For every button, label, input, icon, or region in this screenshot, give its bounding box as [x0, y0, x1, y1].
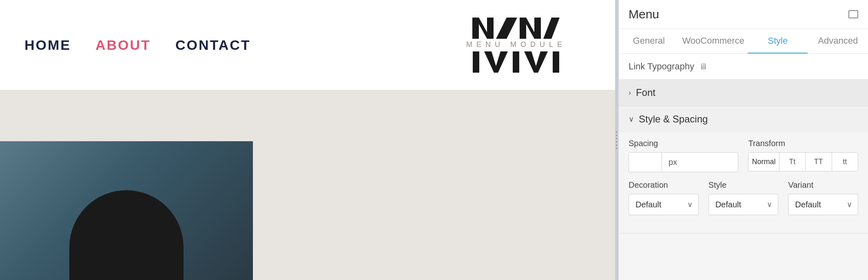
spacing-input-group: px: [629, 152, 739, 172]
spacing-label: Spacing: [629, 139, 739, 148]
website-preview: HOME ABOUT CONTACT: [0, 0, 615, 280]
tab-woocommerce[interactable]: WooCommerce: [679, 29, 748, 53]
nav-link-contact[interactable]: CONTACT: [175, 37, 251, 53]
logo-slash-icon: [496, 18, 517, 39]
head-silhouette: [69, 190, 184, 280]
style-spacing-label: Style & Spacing: [639, 113, 708, 125]
font-section-label: Font: [636, 87, 655, 98]
window-icon[interactable]: [848, 10, 858, 18]
style-select[interactable]: Default Normal Italic Oblique: [709, 194, 778, 215]
variant-group: Variant Default Normal Small-caps ∨: [788, 180, 858, 215]
spacing-unit-button[interactable]: px: [662, 153, 684, 172]
transform-lowercase-button[interactable]: tt: [832, 153, 858, 171]
spacing-transform-row: Spacing px Transform Normal Tt TT: [629, 139, 858, 172]
font-section-header[interactable]: › Font: [619, 80, 868, 106]
decoration-label: Decoration: [629, 180, 699, 190]
svg-marker-0: [472, 18, 494, 39]
panel-content: Link Typography 🖥 › Font ∨ Style & Spaci…: [619, 54, 868, 280]
settings-panel: Menu General WooCommerce Style Advanced …: [618, 0, 868, 280]
transform-normal-button[interactable]: Normal: [748, 153, 779, 171]
image-placeholder: [0, 141, 253, 280]
drag-dot-4: [616, 141, 617, 142]
logo-v2-icon: [524, 51, 548, 73]
monitor-icon: 🖥: [699, 62, 707, 71]
logo-i3-icon: [550, 51, 562, 73]
svg-marker-2: [520, 18, 541, 39]
drag-dot-6: [616, 148, 617, 149]
logo-n2-icon: [520, 18, 541, 39]
panel-title: Menu: [629, 7, 659, 21]
decoration-select[interactable]: Default None Underline Overline Line-thr…: [629, 194, 698, 215]
drag-dot-5: [616, 144, 617, 146]
decoration-group: Decoration Default None Underline Overli…: [629, 180, 699, 215]
decoration-style-variant-row: Decoration Default None Underline Overli…: [629, 180, 858, 215]
svg-marker-7: [524, 51, 548, 73]
style-select-wrapper: Default Normal Italic Oblique ∨: [709, 194, 779, 215]
nav-links: HOME ABOUT CONTACT: [24, 37, 251, 53]
nav-link-about[interactable]: ABOUT: [95, 37, 151, 53]
tab-style[interactable]: Style: [748, 29, 808, 53]
logo-i2-icon: [510, 51, 522, 73]
transform-label: Transform: [748, 139, 858, 148]
chevron-right-icon: ›: [629, 89, 631, 97]
panel-tabs: General WooCommerce Style Advanced: [619, 29, 868, 54]
nav-link-home[interactable]: HOME: [24, 37, 71, 53]
font-section: › Font: [619, 80, 868, 106]
content-area: [0, 90, 615, 280]
decoration-select-wrapper: Default None Underline Overline Line-thr…: [629, 194, 699, 215]
svg-rect-4: [473, 51, 479, 73]
logo-v-icon: [484, 51, 508, 73]
svg-marker-3: [543, 18, 560, 39]
variant-select[interactable]: Default Normal Small-caps: [788, 194, 858, 215]
style-spacing-header[interactable]: ∨ Style & Spacing: [619, 106, 868, 132]
drag-dot-3: [616, 138, 617, 139]
spacing-input[interactable]: [629, 153, 662, 172]
tab-general[interactable]: General: [619, 29, 679, 53]
link-typography-label: Link Typography: [629, 61, 694, 72]
svg-marker-1: [496, 18, 517, 39]
drag-dot-1: [616, 131, 617, 133]
style-spacing-content: Spacing px Transform Normal Tt TT: [619, 132, 868, 233]
variant-select-wrapper: Default Normal Small-caps ∨: [788, 194, 858, 215]
logo-graphic: MENU MODULE: [466, 18, 566, 73]
variant-label: Variant: [788, 180, 858, 190]
transform-buttons: Normal Tt TT tt: [748, 152, 858, 171]
svg-rect-8: [553, 51, 559, 73]
logo-n1-icon: [472, 18, 494, 39]
transform-uppercase-button[interactable]: TT: [806, 153, 832, 171]
style-group: Style Default Normal Italic Oblique ∨: [709, 180, 779, 215]
tab-advanced[interactable]: Advanced: [808, 29, 868, 53]
style-label: Style: [709, 180, 779, 190]
logo-text: MENU MODULE: [466, 40, 566, 49]
logo-top-row: [472, 18, 560, 39]
settings-panel-wrapper: Menu General WooCommerce Style Advanced …: [615, 0, 868, 280]
transform-titlecase-button[interactable]: Tt: [779, 153, 806, 171]
chevron-down-icon: ∨: [629, 115, 634, 124]
spacing-group: Spacing px: [629, 139, 739, 172]
nav-area: HOME ABOUT CONTACT: [0, 0, 615, 90]
link-typography-section: Link Typography 🖥: [619, 54, 868, 80]
logo-i-icon: [470, 51, 482, 73]
svg-marker-5: [484, 51, 508, 73]
drag-dot-2: [616, 135, 617, 136]
svg-rect-6: [513, 51, 519, 73]
image-area: [0, 141, 253, 280]
logo-area: MENU MODULE: [466, 18, 566, 73]
style-spacing-section: ∨ Style & Spacing Spacing px: [619, 106, 868, 233]
drag-handle[interactable]: [615, 0, 618, 280]
panel-header: Menu: [619, 0, 868, 29]
logo-slash2-icon: [543, 18, 560, 39]
transform-group: Transform Normal Tt TT tt: [748, 139, 858, 172]
logo-bottom-row: [470, 51, 562, 73]
